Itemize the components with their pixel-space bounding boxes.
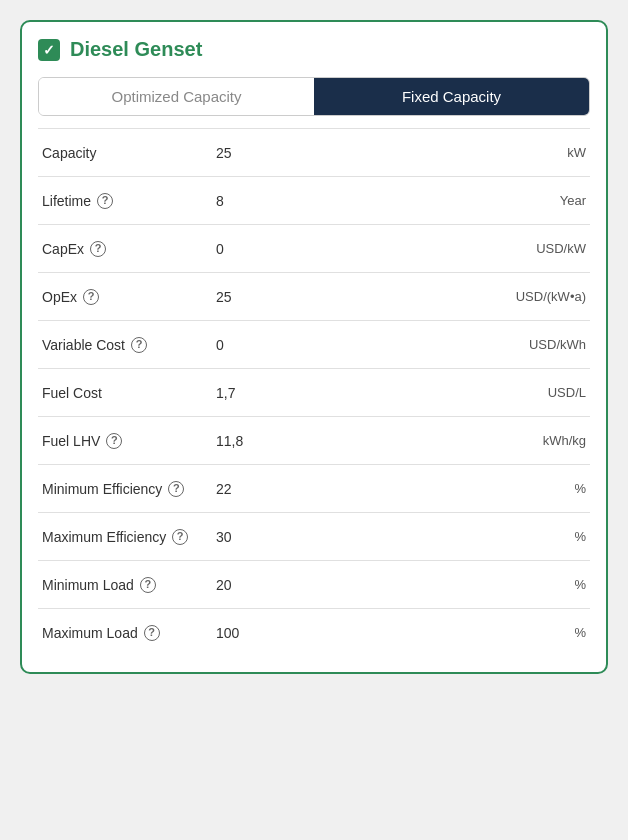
unit-fuel-lhv: kWh/kg (506, 433, 586, 448)
input-fuel-lhv[interactable]: 11,8 (212, 431, 506, 451)
field-row-opex: OpEx ? 25 USD/(kW•a) (38, 272, 590, 320)
unit-lifetime: Year (506, 193, 586, 208)
unit-min-load: % (506, 577, 586, 592)
unit-opex: USD/(kW•a) (506, 289, 586, 304)
unit-fuel-cost: USD/L (506, 385, 586, 400)
unit-capex: USD/kW (506, 241, 586, 256)
help-icon-min-efficiency[interactable]: ? (168, 481, 184, 497)
input-max-efficiency[interactable]: 30 (212, 527, 506, 547)
label-variable-cost: Variable Cost ? (42, 337, 212, 353)
help-icon-max-efficiency[interactable]: ? (172, 529, 188, 545)
help-icon-lifetime[interactable]: ? (97, 193, 113, 209)
field-row-max-load: Maximum Load ? 100 % (38, 608, 590, 656)
help-icon-opex[interactable]: ? (83, 289, 99, 305)
unit-variable-cost: USD/kWh (506, 337, 586, 352)
unit-max-load: % (506, 625, 586, 640)
label-fuel-lhv: Fuel LHV ? (42, 433, 212, 449)
card-header: ✓ Diesel Genset (38, 38, 590, 61)
input-fuel-cost[interactable]: 1,7 (212, 383, 506, 403)
input-max-load[interactable]: 100 (212, 623, 506, 643)
input-opex[interactable]: 25 (212, 287, 506, 307)
label-max-load: Maximum Load ? (42, 625, 212, 641)
unit-max-efficiency: % (506, 529, 586, 544)
field-row-capacity: Capacity 25 kW (38, 128, 590, 176)
label-min-load: Minimum Load ? (42, 577, 212, 593)
help-icon-variable-cost[interactable]: ? (131, 337, 147, 353)
help-icon-capex[interactable]: ? (90, 241, 106, 257)
field-row-capex: CapEx ? 0 USD/kW (38, 224, 590, 272)
field-row-lifetime: Lifetime ? 8 Year (38, 176, 590, 224)
field-row-min-efficiency: Minimum Efficiency ? 22 % (38, 464, 590, 512)
tab-fixed-capacity[interactable]: Fixed Capacity (314, 78, 589, 115)
capacity-tab-group: Optimized Capacity Fixed Capacity (38, 77, 590, 116)
label-capex: CapEx ? (42, 241, 212, 257)
diesel-genset-card: ✓ Diesel Genset Optimized Capacity Fixed… (20, 20, 608, 674)
field-row-min-load: Minimum Load ? 20 % (38, 560, 590, 608)
input-variable-cost[interactable]: 0 (212, 335, 506, 355)
input-capacity[interactable]: 25 (212, 143, 506, 163)
unit-min-efficiency: % (506, 481, 586, 496)
unit-capacity: kW (506, 145, 586, 160)
label-lifetime: Lifetime ? (42, 193, 212, 209)
label-min-efficiency: Minimum Efficiency ? (42, 481, 212, 497)
card-title: Diesel Genset (70, 38, 202, 61)
label-capacity: Capacity (42, 145, 212, 161)
input-capex[interactable]: 0 (212, 239, 506, 259)
tab-optimized-capacity[interactable]: Optimized Capacity (39, 78, 314, 115)
help-icon-min-load[interactable]: ? (140, 577, 156, 593)
label-fuel-cost: Fuel Cost (42, 385, 212, 401)
input-min-load[interactable]: 20 (212, 575, 506, 595)
fields-container: Capacity 25 kW Lifetime ? 8 Year CapEx ?… (38, 128, 590, 656)
field-row-variable-cost: Variable Cost ? 0 USD/kWh (38, 320, 590, 368)
enabled-checkbox[interactable]: ✓ (38, 39, 60, 61)
label-max-efficiency: Maximum Efficiency ? (42, 529, 212, 545)
help-icon-max-load[interactable]: ? (144, 625, 160, 641)
input-min-efficiency[interactable]: 22 (212, 479, 506, 499)
field-row-fuel-lhv: Fuel LHV ? 11,8 kWh/kg (38, 416, 590, 464)
help-icon-fuel-lhv[interactable]: ? (106, 433, 122, 449)
field-row-max-efficiency: Maximum Efficiency ? 30 % (38, 512, 590, 560)
input-lifetime[interactable]: 8 (212, 191, 506, 211)
label-opex: OpEx ? (42, 289, 212, 305)
field-row-fuel-cost: Fuel Cost 1,7 USD/L (38, 368, 590, 416)
